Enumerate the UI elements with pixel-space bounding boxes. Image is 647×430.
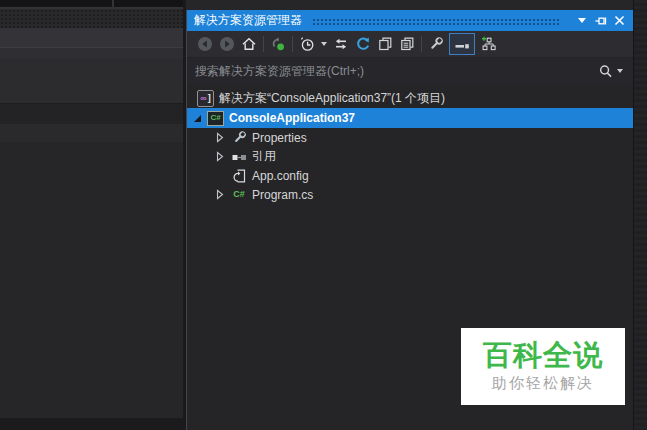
ide-band xyxy=(0,142,183,418)
refresh-button[interactable] xyxy=(352,33,374,55)
item-label: App.config xyxy=(252,169,309,183)
references-icon xyxy=(231,149,247,165)
titlebar-grip xyxy=(312,18,560,27)
changes-filter-icon xyxy=(270,36,286,52)
sync-active-document-button[interactable] xyxy=(330,33,352,55)
close-icon xyxy=(614,15,625,26)
chevron-down-icon xyxy=(578,18,586,23)
show-all-files-icon xyxy=(454,36,470,52)
tree-row-appconfig[interactable]: App.config xyxy=(187,166,633,185)
collapsed-arrow-icon[interactable] xyxy=(213,189,225,201)
item-label: Properties xyxy=(252,131,307,145)
search-options-caret[interactable] xyxy=(617,69,623,73)
home-button[interactable] xyxy=(238,33,260,55)
csharp-project-icon: C# xyxy=(207,111,224,126)
config-file-icon xyxy=(231,168,247,184)
panel-grip-band xyxy=(0,9,183,28)
show-all-files-button[interactable] xyxy=(449,33,475,55)
wrench-icon xyxy=(231,130,247,146)
ide-band xyxy=(0,48,183,59)
ide-bottom-edge xyxy=(0,418,183,430)
csharp-file-icon: C# xyxy=(231,187,247,203)
document-icon xyxy=(377,36,393,52)
tree-row-references[interactable]: 引用 xyxy=(187,147,633,166)
ide-top-edge xyxy=(0,0,183,9)
pin-icon xyxy=(594,14,608,28)
ide-band xyxy=(0,124,183,142)
ide-band xyxy=(0,59,183,103)
sync-icon xyxy=(333,36,349,52)
tree-row-programcs[interactable]: C# Program.cs xyxy=(187,185,633,204)
panel-title: 解决方案资源管理器 xyxy=(194,12,302,29)
forward-icon xyxy=(219,36,235,52)
back-button[interactable] xyxy=(194,33,216,55)
changes-filter-button[interactable] xyxy=(267,33,289,55)
copy-document-button[interactable] xyxy=(396,33,418,55)
collapsed-arrow-icon[interactable] xyxy=(213,132,225,144)
toolbar-separator xyxy=(292,36,293,52)
solution-explorer-toolbar xyxy=(187,31,633,57)
collapsed-arrow-icon[interactable] xyxy=(213,151,225,163)
toolbar-separator xyxy=(263,36,264,52)
solution-label: 解决方案“ConsoleApplication37”(1 个项目) xyxy=(219,90,445,107)
search-input[interactable]: 搜索解决方案资源管理器(Ctrl+;) xyxy=(195,63,598,80)
ide-band xyxy=(0,103,183,124)
search-icon[interactable] xyxy=(598,64,613,79)
expanded-arrow-icon[interactable] xyxy=(191,112,203,124)
solution-icon: ∞] xyxy=(197,90,214,107)
ide-background xyxy=(0,0,183,430)
pending-filter-button[interactable] xyxy=(296,33,318,55)
clock-filter-icon xyxy=(299,36,315,52)
filter-dropdown-button[interactable] xyxy=(318,33,330,55)
wrench-icon xyxy=(428,36,444,52)
vs-ide-window: 解决方案资源管理器 xyxy=(0,0,647,430)
home-icon xyxy=(241,36,257,52)
panel-titlebar[interactable]: 解决方案资源管理器 xyxy=(187,10,633,31)
solution-folder-tree-icon xyxy=(480,36,496,52)
documents-icon xyxy=(399,36,415,52)
item-label: 引用 xyxy=(252,148,276,165)
search-box[interactable]: 搜索解决方案资源管理器(Ctrl+;) xyxy=(187,57,633,84)
ide-divider xyxy=(112,0,114,8)
back-icon xyxy=(197,36,213,52)
project-label: ConsoleApplication37 xyxy=(229,111,355,125)
item-label: Program.cs xyxy=(252,188,313,202)
watermark-subtitle: 助你轻松解决 xyxy=(492,374,594,393)
right-edge-strip xyxy=(633,0,647,430)
forward-button[interactable] xyxy=(216,33,238,55)
window-position-button[interactable] xyxy=(574,13,589,28)
tree-row-properties[interactable]: Properties xyxy=(187,128,633,147)
tree-row-solution[interactable]: ∞] 解决方案“ConsoleApplication37”(1 个项目) xyxy=(187,89,633,108)
refresh-icon xyxy=(355,36,371,52)
watermark-title: 百科全说 xyxy=(483,340,603,372)
watermark-badge: 百科全说 助你轻松解决 xyxy=(461,328,625,405)
preview-document-button[interactable] xyxy=(374,33,396,55)
toolbar-separator xyxy=(421,36,422,52)
tree-row-project[interactable]: C# ConsoleApplication37 xyxy=(187,108,633,128)
close-button[interactable] xyxy=(612,13,627,28)
new-solution-folder-button[interactable] xyxy=(477,33,499,55)
ide-band xyxy=(0,28,183,48)
chevron-down-icon xyxy=(321,42,327,46)
pin-button[interactable] xyxy=(593,13,608,28)
properties-button[interactable] xyxy=(425,33,447,55)
